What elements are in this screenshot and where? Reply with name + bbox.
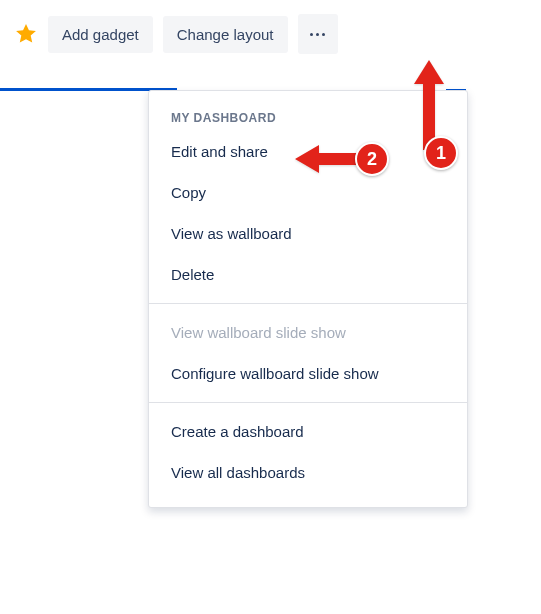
toolbar: Add gadget Change layout (0, 0, 541, 54)
star-icon[interactable] (14, 22, 38, 46)
menu-item-view-all[interactable]: View all dashboards (149, 452, 467, 493)
menu-item-create-dashboard[interactable]: Create a dashboard (149, 411, 467, 452)
menu-item-view-wallboard[interactable]: View as wallboard (149, 213, 467, 254)
dropdown-section-header: MY DASHBOARD (149, 101, 467, 131)
add-gadget-button[interactable]: Add gadget (48, 16, 153, 53)
more-dropdown-menu: MY DASHBOARD Edit and share Copy View as… (148, 90, 468, 508)
menu-item-delete[interactable]: Delete (149, 254, 467, 295)
more-button[interactable] (298, 14, 338, 54)
menu-divider (149, 402, 467, 403)
menu-item-configure-slideshow[interactable]: Configure wallboard slide show (149, 353, 467, 394)
ellipsis-icon (310, 33, 325, 36)
menu-item-edit-share[interactable]: Edit and share (149, 131, 467, 172)
menu-divider (149, 303, 467, 304)
menu-item-view-slideshow: View wallboard slide show (149, 312, 467, 353)
change-layout-button[interactable]: Change layout (163, 16, 288, 53)
menu-item-copy[interactable]: Copy (149, 172, 467, 213)
